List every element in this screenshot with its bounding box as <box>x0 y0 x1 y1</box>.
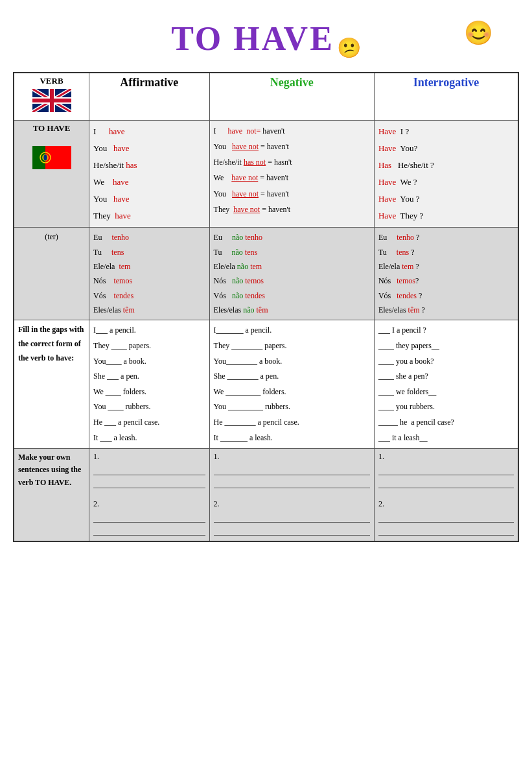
aff-row-1: I have <box>93 123 205 140</box>
int-line-1b[interactable] <box>378 478 514 488</box>
exercise1-interrogative: ___ I a pencil ? ____ they papers__ ____… <box>374 320 518 449</box>
pt-neg-2: Tu não tens <box>214 245 370 259</box>
aff-line-1a[interactable] <box>93 465 205 475</box>
int-row-2: Have You? <box>378 140 514 157</box>
pt-neg-3: Ele/ela não tem <box>214 259 370 274</box>
english-affirmative: I have You have He/she/it has We have Yo… <box>89 120 209 227</box>
ex1-aff-6: You ____ rubbers. <box>93 399 205 415</box>
aff-sentence-2: 2. <box>93 499 205 536</box>
ex1-neg-2: They ________ papers. <box>214 338 370 354</box>
aff-line-2a[interactable] <box>93 512 205 523</box>
neg-row-5: You have not = haven't <box>214 186 370 202</box>
neg-row-1: I have not= haven't <box>214 123 370 139</box>
neg-row-4: We have not = haven't <box>214 170 370 185</box>
ex1-aff-4: She ___ a pen. <box>93 369 205 385</box>
ex1-aff-7: He ___ a pencil case. <box>93 415 205 431</box>
aff-line-2b[interactable] <box>93 525 205 536</box>
ex1-int-7: _____ he a pencil case? <box>378 415 514 431</box>
aff-row-3: He/she/it has <box>93 157 205 174</box>
neg-line-2b[interactable] <box>214 525 370 536</box>
pt-aff-4: Nós temos <box>93 274 205 288</box>
int-line-1a[interactable] <box>378 465 514 475</box>
pt-int-1: Eu tenho ? <box>378 230 514 244</box>
neg-row-6: They have not = haven't <box>214 202 370 217</box>
pt-negative: Eu não tenho Tu não tens Ele/ela não tem… <box>209 228 374 320</box>
exercise2-label: Make your own sentences using the verb T… <box>18 453 81 486</box>
ex1-int-8: ___ it a leash__ <box>378 431 514 446</box>
ex1-neg-6: You _________ rubbers. <box>214 399 370 415</box>
ex1-neg-3: You________ a book. <box>214 354 370 370</box>
column-headers: VERB Affirmative Negative <box>14 73 518 121</box>
neg-row-3: He/she/it has not = hasn't <box>214 154 370 170</box>
uk-flag-svg <box>32 89 71 112</box>
pt-int-2: Tu tens ? <box>378 245 514 259</box>
pt-aff-2: Tu tens <box>93 245 205 259</box>
pt-neg-5: Vós não tendes <box>214 289 370 303</box>
pt-aff-1: Eu tenho <box>93 230 205 244</box>
exercise2-negative: 1. 2. <box>209 449 374 542</box>
pt-neg-4: Nós não temos <box>214 274 370 288</box>
to-have-label: TO HAVE <box>14 120 89 227</box>
int-row-5: Have You ? <box>378 191 514 207</box>
pt-aff-5: Vós tendes <box>93 289 205 303</box>
exercise2-affirmative: 1. 2. <box>89 449 209 542</box>
pt-neg-1: Eu não tenho <box>214 230 370 244</box>
negative-header: Negative <box>209 73 374 121</box>
exercise1-instruction: Fill in the gaps with the correct form o… <box>14 320 89 449</box>
emoji-right: 😊 <box>464 19 493 47</box>
svg-point-13 <box>43 154 47 161</box>
pt-neg-6: Eles/elas não têm <box>214 303 370 317</box>
neg-line-2a[interactable] <box>214 512 370 523</box>
pt-aff-3: Ele/ela tem <box>93 259 205 274</box>
english-negative: I have not= haven't You have not = haven… <box>209 120 374 227</box>
exercise1-row: Fill in the gaps with the correct form o… <box>14 320 518 449</box>
uk-flag <box>32 89 71 115</box>
pt-affirmative: Eu tenho Tu tens Ele/ela tem Nós temos V… <box>89 228 209 320</box>
int-sentence-2: 2. <box>378 499 514 536</box>
ex1-neg-4: She ________ a pen. <box>214 369 370 385</box>
ex1-neg-8: It _______ a leash. <box>214 431 370 446</box>
english-row: TO HAVE I have You have He/she/it has We… <box>14 120 518 227</box>
pt-label: (ter) <box>14 228 89 320</box>
verb-col-header: VERB <box>14 73 89 121</box>
pt-int-3: Ele/ela tem ? <box>378 259 514 274</box>
interrogative-header: Interrogative <box>374 73 518 121</box>
ex1-aff-3: You____ a book. <box>93 354 205 370</box>
int-line-2a[interactable] <box>378 512 514 523</box>
exercise1-label: Fill in the gaps with the correct form o… <box>18 325 84 362</box>
aff-row-5: You have <box>93 191 205 207</box>
pt-int-5: Vós tendes ? <box>378 289 514 303</box>
aff-row-4: We have <box>93 174 205 191</box>
ex1-aff-5: We ____ folders. <box>93 385 205 400</box>
exercise2-instruction: Make your own sentences using the verb T… <box>14 449 89 542</box>
int-row-1: Have I ? <box>378 123 514 140</box>
aff-sentence-1: 1. <box>93 451 205 488</box>
neg-line-1b[interactable] <box>214 478 370 488</box>
ex1-int-3: ____ you a book? <box>378 354 514 370</box>
neg-row-2: You have not = haven't <box>214 139 370 154</box>
svg-rect-10 <box>45 146 71 169</box>
pt-int-6: Eles/elas têm ? <box>378 303 514 317</box>
pt-int-4: Nós temos? <box>378 274 514 288</box>
exercise2-row: Make your own sentences using the verb T… <box>14 449 518 542</box>
ex1-aff-2: They ____ papers. <box>93 338 205 354</box>
page-header: TO HAVE 😕 😊 <box>13 13 519 72</box>
aff-line-1b[interactable] <box>93 478 205 488</box>
emoji1: 😕 <box>337 37 361 58</box>
ex1-aff-1: I___ a pencil. <box>93 323 205 338</box>
exercise1-negative: I_______ a pencil. They ________ papers.… <box>209 320 374 449</box>
int-row-6: Have They ? <box>378 207 514 224</box>
int-sentence-1: 1. <box>378 451 514 488</box>
ex1-neg-5: We _________ folders. <box>214 385 370 400</box>
pt-flag-svg <box>32 146 71 169</box>
neg-line-1a[interactable] <box>214 465 370 475</box>
int-line-2b[interactable] <box>378 525 514 536</box>
ex1-aff-8: It ___ a leash. <box>93 431 205 446</box>
neg-sentence-1: 1. <box>214 451 370 488</box>
pt-interrogative: Eu tenho ? Tu tens ? Ele/ela tem ? Nós t… <box>374 228 518 320</box>
int-row-3: Has He/she/it ? <box>378 157 514 174</box>
pt-aff-6: Eles/elas têm <box>93 303 205 317</box>
portuguese-row: (ter) Eu tenho Tu tens Ele/ela tem Nós t… <box>14 228 518 320</box>
ex1-neg-1: I_______ a pencil. <box>214 323 370 338</box>
page-title: TO HAVE <box>171 19 334 58</box>
